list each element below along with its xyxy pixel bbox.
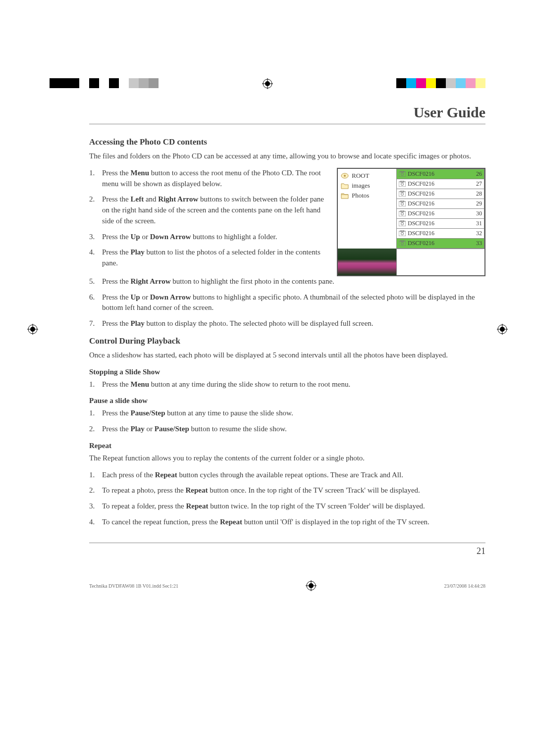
file-name: DSCF0216	[406, 230, 471, 237]
step-item: To cancel the repeat function, press the…	[89, 517, 485, 528]
folder-row: ROOT	[341, 171, 393, 181]
svg-point-34	[401, 233, 404, 235]
steps-list-3: Press the Pause/Step button at any time …	[89, 408, 485, 435]
file-number: 26	[471, 170, 482, 178]
sub-heading-pause: Pause a slide show	[89, 397, 485, 405]
repeat-intro: The Repeat function allows you to replay…	[89, 453, 485, 464]
file-number: 29	[471, 200, 482, 207]
section-heading-accessing: Accessing the Photo CD contents	[89, 137, 485, 147]
step-item: Press the Up or Down Arrow buttons to hi…	[89, 292, 485, 314]
registration-mark-top	[262, 78, 273, 91]
folder-label: Photos	[352, 192, 369, 200]
folder-pane: ROOTimagesPhotos	[338, 169, 396, 249]
step-item: Press the Right Arrow button to highligh…	[89, 276, 485, 287]
file-row: DSCF021629	[397, 199, 484, 209]
step-item: Press the Menu button at any time during…	[89, 379, 485, 390]
step-item: Press the Menu button to access the root…	[89, 168, 328, 190]
folder-label: images	[352, 182, 370, 190]
step-item: Press the Left and Right Arrow buttons t…	[89, 194, 328, 226]
svg-point-31	[401, 223, 404, 225]
registration-mark-bottom	[306, 580, 317, 592]
color-bar-left	[50, 78, 178, 88]
registration-mark-left	[27, 324, 38, 337]
registration-marks	[0, 78, 535, 93]
section-intro-2: Once a slideshow has started, each photo…	[89, 350, 485, 361]
footer-right: 23/07/2008 14:44:28	[444, 583, 485, 589]
footer-left: Technika DVDFAW08 1B V01.indd Sec1:21	[89, 583, 178, 589]
page-title: User Guide	[89, 104, 485, 124]
file-number: 32	[471, 230, 482, 237]
file-name: DSCF0216	[406, 220, 471, 227]
file-name: DSCF0216	[406, 170, 471, 178]
steps-list-1-cont: Press the Right Arrow button to highligh…	[89, 276, 485, 329]
steps-list-4: Each press of the Repeat button cycles t…	[89, 470, 485, 528]
svg-point-37	[401, 243, 404, 245]
svg-point-25	[401, 203, 404, 205]
svg-point-19	[401, 183, 404, 186]
step-item: Press the Play button to list the photos…	[89, 247, 328, 269]
file-row: DSCF021631	[397, 219, 484, 229]
file-name: DSCF0216	[406, 240, 471, 247]
folder-row: Photos	[341, 191, 393, 201]
step-item: Press the Pause/Step button at any time …	[89, 408, 485, 419]
thumbnail-image	[338, 249, 396, 275]
section-intro: The files and folders on the Photo CD ca…	[89, 151, 485, 162]
file-name: DSCF0216	[406, 190, 471, 198]
file-row: DSCF021628	[397, 189, 484, 199]
photo-cd-menu-illustration: ROOTimagesPhotos DSCF021626DSCF021627DSC…	[337, 168, 485, 276]
step-item: Press the Play or Pause/Step button to r…	[89, 424, 485, 435]
file-row: DSCF021630	[397, 209, 484, 219]
file-number: 33	[471, 240, 482, 247]
file-number: 30	[471, 210, 482, 217]
file-number: 31	[471, 220, 482, 227]
step-item: To repeat a folder, press the Repeat but…	[89, 501, 485, 512]
steps-list-1: Press the Menu button to access the root…	[89, 168, 328, 269]
svg-point-13	[344, 175, 346, 177]
steps-list-2: Press the Menu button at any time during…	[89, 379, 485, 390]
file-row: DSCF021626	[397, 169, 484, 179]
file-row: DSCF021632	[397, 229, 484, 239]
svg-point-28	[401, 213, 404, 215]
file-name: DSCF0216	[406, 180, 471, 188]
bottom-rule	[89, 543, 485, 543]
preview-pane	[338, 249, 484, 275]
svg-point-22	[401, 193, 404, 196]
folder-label: ROOT	[352, 172, 369, 180]
step-item: Press the Play button to display the pho…	[89, 318, 485, 329]
file-row: DSCF021633	[397, 239, 484, 249]
page-number: 21	[89, 546, 485, 556]
svg-point-16	[401, 173, 404, 176]
sub-heading-repeat: Repeat	[89, 442, 485, 450]
color-bar-right	[396, 78, 485, 88]
step-item: Each press of the Repeat button cycles t…	[89, 470, 485, 481]
file-name: DSCF0216	[406, 200, 471, 207]
registration-mark-right	[497, 324, 508, 337]
folder-row: images	[341, 181, 393, 191]
step-item: To repeat a photo, press the Repeat butt…	[89, 485, 485, 496]
file-row: DSCF021627	[397, 179, 484, 189]
print-footer: Technika DVDFAW08 1B V01.indd Sec1:21 23…	[89, 580, 485, 592]
step-item: Press the Up or Down Arrow buttons to hi…	[89, 232, 328, 243]
sub-heading-stopping: Stopping a Slide Show	[89, 368, 485, 376]
section-heading-control: Control During Playback	[89, 336, 485, 346]
file-number: 27	[471, 180, 482, 188]
file-pane: DSCF021626DSCF021627DSCF021628DSCF021629…	[396, 169, 484, 249]
file-name: DSCF0216	[406, 210, 471, 217]
file-number: 28	[471, 190, 482, 198]
